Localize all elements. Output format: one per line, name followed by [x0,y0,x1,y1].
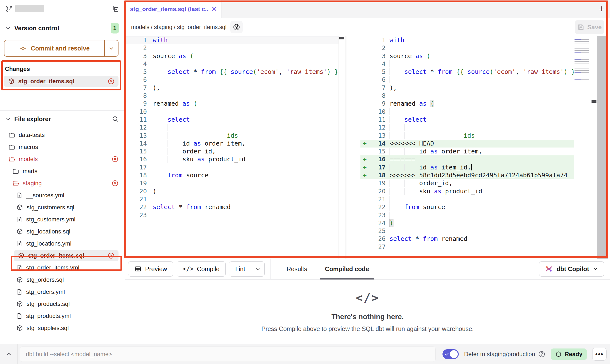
scrollbar-thumb[interactable] [339,37,344,39]
circle-x-icon[interactable] [108,252,115,259]
doc-icon [16,216,23,223]
file-item-label: stg_locations.yml [26,240,71,247]
file-item[interactable]: marts [0,165,125,177]
new-tab-button[interactable]: + [599,3,605,15]
tab-stg-order-items[interactable]: stg_order_items.sql (last c... ✕ [125,0,222,18]
file-item-label: stg_locations.sql [27,228,70,235]
lint-button[interactable]: Lint [229,262,251,276]
file-item[interactable]: stg_locations.sql [0,225,125,237]
code-line: 1with [125,36,339,44]
changes-section: Changes stg_order_items.sql [0,57,125,87]
compile-button[interactable]: </> Compile [177,261,226,277]
merge-gap [345,36,360,259]
file-item[interactable]: models [0,153,125,165]
code-line: 15 order_id, [125,148,339,155]
tab-results[interactable]: Results [285,259,309,280]
file-item[interactable]: data-tests [0,129,125,141]
editor-actions-row: Preview </> Compile Lint Results Compile… [125,259,610,280]
editor-pane-right[interactable]: 1with23source as (4 5 select * from {{ s… [360,36,574,259]
expand-command-bar-icon[interactable] [0,344,18,364]
dbt-copilot-button[interactable]: dbt Copilot [539,261,604,277]
code-line: 11 select [360,116,574,124]
code-line: 8 [360,92,574,100]
discard-change-icon[interactable] [108,78,115,85]
file-item-label: stg_customers.yml [26,216,75,223]
model-cube-icon [16,300,23,307]
file-item[interactable]: stg_customers.yml [0,213,125,225]
compiled-code-panel: </> There's nothing here. Press Compile … [125,280,610,344]
file-item[interactable]: stg_order_items.yml [0,262,125,274]
code-line: +17 id as item_id, [360,164,574,171]
status-bar: Defer to staging/production Ready ••• [0,344,610,364]
file-item-label: data-tests [19,132,45,138]
file-item-label: __sources.yml [26,192,64,199]
defer-label: Defer to staging/production [464,351,535,358]
code-line: 19 [125,179,339,187]
chevron-down-icon [593,266,598,272]
file-item[interactable]: stg_supplies.sql [0,322,125,334]
file-item[interactable]: stg_orders.yml [0,286,125,298]
duplicate-files-icon[interactable] [112,5,119,13]
search-icon[interactable] [112,115,119,123]
code-line: 12 [125,124,339,132]
more-options-button[interactable]: ••• [592,348,607,361]
file-item[interactable]: stg_products.sql [0,298,125,310]
file-item[interactable]: macros [0,141,125,153]
file-explorer-section-header[interactable]: File explorer [0,111,125,127]
code-line: 2 [360,44,574,52]
file-item-label: stg_orders.yml [26,288,65,295]
connection-status-badge[interactable]: Ready [551,348,587,360]
empty-state-subtitle: Press Compile above to preview the SQL d… [261,325,474,332]
preview-label: Preview [145,265,167,273]
code-line: 7), [125,84,339,92]
file-item[interactable]: stg_products.yml [0,310,125,322]
editor-pane-left[interactable]: 1with23source as (4 5 select * from {{ s… [125,36,339,259]
file-item[interactable]: stg_orders.sql [0,274,125,286]
command-input[interactable] [20,347,436,362]
save-floppy-icon [577,24,584,31]
code-line: 1with [360,36,574,44]
code-line: 23 [125,211,339,219]
overview-scrollbar-track[interactable] [597,36,608,259]
commit-options-chevron[interactable] [104,40,118,56]
model-cube-icon [8,78,15,85]
help-icon[interactable] [538,350,545,358]
code-line: 6 [360,76,574,84]
defer-toggle[interactable] [442,349,459,359]
right-editor-scrollbar[interactable] [591,36,597,259]
commit-and-resolve-button[interactable]: Commit and resolve [4,40,119,57]
file-item[interactable]: staging [0,177,125,189]
preview-button[interactable]: Preview [128,261,173,277]
code-brackets-icon: </> [183,265,193,272]
model-cube-icon [16,276,23,283]
version-control-section-header[interactable]: Version control 1 [0,20,125,36]
file-item-label: macros [19,144,38,150]
changed-file-item[interactable]: stg_order_items.sql [4,76,119,87]
file-item[interactable]: stg_locations.yml [0,237,125,249]
tab-compiled-code[interactable]: Compiled code [323,259,371,280]
circle-x-icon[interactable] [112,180,119,187]
code-line: +14<<<<<<< HEAD [360,140,574,148]
lint-options-chevron[interactable] [251,262,264,276]
status-right-cluster: Defer to staging/production Ready ••• [442,348,607,361]
copilot-label: dbt Copilot [557,265,589,273]
scrollbar-thumb[interactable] [592,100,596,103]
file-item-label: staging [23,180,42,187]
folder-icon [8,144,15,150]
code-line: 9renamed as ( [125,100,339,108]
branch-selector[interactable] [5,5,44,12]
diff-editor[interactable]: 1with23source as (4 5 select * from {{ s… [125,36,610,259]
code-line: 7), [360,84,574,92]
circle-x-icon[interactable] [112,156,119,163]
tab-close-icon[interactable]: ✕ [211,6,217,13]
empty-state-title: There's nothing here. [331,313,404,321]
lineage-icon[interactable] [230,21,243,33]
file-item[interactable]: __sources.yml [0,189,125,201]
save-label: Save [587,24,602,31]
tab-bar: stg_order_items.sql (last c... ✕ + [125,0,610,18]
left-editor-scrollbar[interactable] [339,36,345,259]
code-line: 6 [125,76,339,84]
file-item[interactable]: stg_customers.sql [0,201,125,213]
file-item[interactable]: stg_order_items.sql [0,249,125,262]
save-button[interactable]: Save [575,20,604,34]
